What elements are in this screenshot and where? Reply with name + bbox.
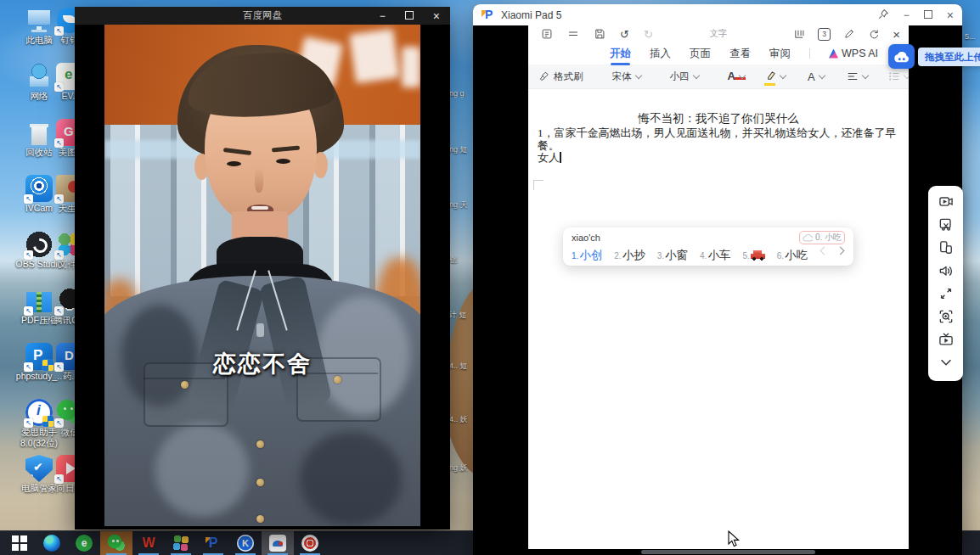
font-color-dropdown[interactable]: A: [728, 71, 745, 81]
ime-cloud-candidate[interactable]: 0. 小吃: [799, 231, 845, 244]
taskbar-app-button[interactable]: [3, 531, 36, 555]
shortcut-arrow-icon: ↖: [24, 362, 33, 372]
ime-candidate[interactable]: 5.🚗: [742, 247, 764, 262]
icon-label-fragment: ng 妖: [449, 462, 475, 474]
sign-glyph: [402, 47, 420, 87]
taskbar-app-button[interactable]: K: [229, 531, 262, 555]
video-window-titlebar[interactable]: 百度网盘 − ×: [75, 7, 450, 25]
ribbon-tab[interactable]: 页面: [690, 44, 711, 64]
icon-label-fragment: 计 短: [449, 310, 475, 321]
shortcut-arrow-icon: ↖: [54, 474, 64, 484]
page-number-icon[interactable]: 3: [818, 28, 831, 41]
jacket-button: [181, 381, 189, 389]
close-icon[interactable]: ×: [947, 10, 954, 20]
jacket-button: [256, 440, 264, 448]
close-icon[interactable]: ×: [433, 11, 440, 21]
volume-icon[interactable]: [934, 259, 957, 282]
icon-label-fragment: ng 短: [449, 144, 475, 155]
maximize-icon[interactable]: [924, 10, 932, 20]
tv-cast-icon[interactable]: [934, 328, 957, 350]
icon-label-fragment: 创: [449, 255, 475, 266]
video-area[interactable]: 恋恋不舍: [104, 25, 420, 526]
jacket-mottle: [300, 432, 402, 525]
shortcut-arrow-icon: ↖: [24, 194, 33, 204]
alignment-dropdown[interactable]: [847, 71, 868, 81]
zoom-screen-icon[interactable]: [934, 305, 957, 328]
taskbar-app-icon: P: [205, 535, 222, 552]
font-name-dropdown[interactable]: 宋体: [612, 70, 641, 83]
mirror-window-titlebar[interactable]: P Xiaomi Pad 5 − ×: [473, 4, 962, 25]
ime-popup: xiao'ch 0. 小吃 1.小创2.小抄3.小窗4.小车5.🚗6.小吃: [563, 227, 853, 266]
ime-candidate[interactable]: 2.小抄: [614, 247, 645, 263]
page-margin-mark: [533, 180, 544, 190]
wps-format-toolbar: 格式刷 宋体 小四 A: [528, 64, 909, 88]
mirror-side-toolbar: [928, 186, 963, 381]
taskbar-app-button[interactable]: [100, 531, 132, 555]
collapse-chevron-icon[interactable]: [934, 350, 957, 373]
icon-label-fragment: 4.. 妖: [449, 414, 475, 425]
ribbon-tab[interactable]: 查看: [729, 44, 751, 64]
minimize-icon[interactable]: −: [904, 10, 910, 20]
ribbon-tab[interactable]: 开始: [610, 44, 631, 64]
taskbar-app-glyph: W: [142, 535, 155, 551]
jacket-mottle: [155, 423, 249, 517]
shortcut-arrow-icon: ↖: [54, 250, 64, 260]
shortcut-arrow-icon: ↖: [24, 306, 33, 316]
fullscreen-icon[interactable]: [934, 282, 957, 305]
wps-ribbon-tabs: 开始插入页面查看审阅 WPS AI: [528, 42, 909, 64]
text-effect-dropdown[interactable]: A: [808, 70, 825, 83]
ribbon-tab[interactable]: 审阅: [769, 44, 791, 64]
netdisk-cloud-icon[interactable]: [888, 44, 915, 69]
wps-ai-button[interactable]: WPS AI: [829, 48, 878, 59]
taskbar-app-button[interactable]: [294, 531, 326, 555]
format-painter-button[interactable]: 格式刷: [538, 70, 583, 83]
document-line: 女人: [528, 152, 909, 165]
ime-next-page-icon[interactable]: [836, 247, 845, 255]
upload-drop-label[interactable]: 拖拽至此上传: [918, 48, 980, 66]
ime-candidate[interactable]: 3.小窗: [657, 247, 688, 263]
shortcut-arrow-icon: ↖: [54, 26, 64, 36]
taskbar-app-icon: [269, 535, 286, 552]
bullet-list-dropdown[interactable]: [888, 71, 909, 81]
wps-app: 文字 ↺ ↻ 3 ×: [528, 25, 909, 549]
ribbon-tab[interactable]: 插入: [650, 44, 671, 64]
document-editor[interactable]: 悔不当初：我不追了你们哭什么 1，富家千金高燃出场，男人见面送礼物，并买礼物送给…: [528, 111, 909, 549]
highlight-color-dropdown[interactable]: [765, 70, 786, 82]
video-subtitle: 恋恋不舍: [104, 349, 420, 379]
taskbar-app-icon: [301, 535, 318, 552]
taskbar-app-button[interactable]: [36, 531, 68, 555]
shortcut-arrow-icon: ↖: [54, 306, 64, 316]
ime-candidate[interactable]: 4.小车: [700, 247, 730, 263]
ime-composition: xiao'ch: [572, 233, 600, 243]
minimize-icon[interactable]: −: [380, 11, 386, 21]
taskbar-app-button[interactable]: W: [132, 531, 165, 555]
edit-pen-icon[interactable]: [843, 28, 855, 40]
ime-candidate-row: 1.小创2.小抄3.小窗4.小车5.🚗6.小吃: [563, 244, 853, 263]
taskbar-app-button[interactable]: [262, 531, 294, 555]
icon-label-fragment: 5...: [965, 32, 976, 41]
ime-candidate[interactable]: 1.小创: [572, 247, 602, 263]
video-player-window: 百度网盘 − ×: [75, 7, 450, 530]
close-icon[interactable]: ×: [893, 29, 900, 40]
person-nose: [255, 167, 263, 193]
rotate-device-icon[interactable]: [934, 236, 957, 259]
record-screen-icon[interactable]: [934, 190, 957, 213]
reading-view-icon[interactable]: [793, 28, 805, 40]
taskbar-app-glyph: e: [82, 537, 87, 549]
text-caret: [560, 152, 561, 163]
taskbar-app-icon: K: [237, 535, 254, 552]
desktop-screen: ↖ 此电脑 ↖ 网络 ↖ 回收站 ↖ IVCam ↖ OBS Studio ↖: [0, 0, 980, 555]
ime-prev-page-icon[interactable]: [820, 247, 829, 255]
maximize-icon[interactable]: [405, 11, 414, 21]
taskbar-app-glyph: K: [242, 538, 249, 548]
pin-icon[interactable]: [878, 8, 889, 21]
taskbar-app-button[interactable]: P: [197, 531, 229, 555]
taskbar-app-button[interactable]: e: [68, 531, 100, 555]
share-icon[interactable]: [868, 28, 880, 40]
taskbar-app-button[interactable]: [165, 531, 197, 555]
font-size-dropdown[interactable]: 小四: [670, 70, 699, 83]
ime-candidate[interactable]: 6.小吃: [777, 247, 808, 263]
shortcut-arrow-icon: ↖: [24, 250, 33, 260]
screenshot-crop-icon[interactable]: [934, 213, 957, 236]
taskbar-app-icon: e: [76, 535, 93, 552]
